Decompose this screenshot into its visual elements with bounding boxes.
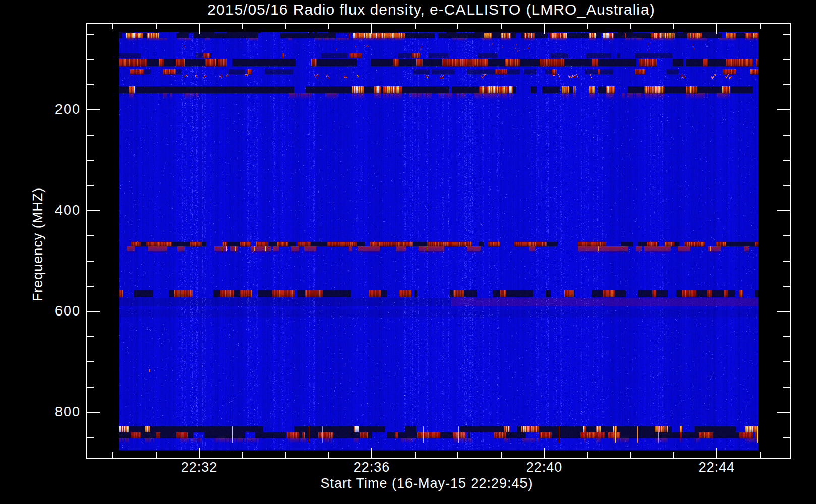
y-axis-minor-tick (87, 336, 94, 337)
y-tick-label: 200 (25, 102, 81, 117)
y-tick-label: 800 (25, 404, 81, 420)
y-axis-minor-tick-right (783, 336, 790, 337)
x-axis-minor-tick (760, 452, 761, 458)
y-axis-minor-tick (87, 387, 94, 388)
y-axis-minor-tick (87, 235, 94, 236)
y-axis-minor-tick (87, 84, 94, 85)
x-axis-minor-tick-top (630, 24, 631, 29)
y-axis-major-tick-right (777, 210, 790, 211)
y-axis-minor-tick-right (783, 84, 790, 85)
y-axis-minor-tick (87, 135, 94, 136)
y-axis-major-tick-right (777, 109, 790, 110)
x-axis-major-tick-top (371, 24, 372, 34)
y-tick-label: 600 (25, 303, 81, 319)
x-axis-minor-tick-top (112, 24, 113, 29)
x-axis-minor-tick (112, 452, 113, 458)
y-axis-title-text: Frequency (MHZ) (30, 187, 46, 302)
x-tick-label: 22:36 (341, 460, 402, 475)
x-axis-title: Start Time (16-May-15 22:29:45) (320, 476, 533, 491)
y-axis-major-tick-right (777, 311, 790, 312)
x-axis-minor-tick (587, 452, 588, 458)
x-axis-minor-tick (457, 452, 458, 458)
chart-title: 2015/05/16 Radio flux density, e-CALLIST… (207, 1, 655, 18)
y-axis-minor-tick (87, 286, 94, 287)
x-axis-minor-tick-top (501, 24, 502, 29)
x-tick-label: 22:32 (169, 460, 229, 475)
y-axis-minor-tick (87, 34, 94, 35)
y-axis-minor-tick-right (783, 160, 790, 161)
y-axis-minor-tick (87, 160, 94, 161)
y-axis-minor-tick (87, 437, 94, 438)
x-axis-minor-tick-top (760, 24, 761, 29)
x-axis-major-tick (199, 448, 200, 458)
y-axis-minor-tick-right (783, 286, 790, 287)
x-axis-minor-tick-top (415, 24, 416, 29)
x-axis-minor-tick (156, 452, 157, 458)
y-axis-minor-tick-right (783, 34, 790, 35)
y-axis-minor-tick-right (783, 135, 790, 136)
screenshot-root: { "title": "2015/05/16 Radio flux densit… (0, 0, 816, 504)
x-axis-minor-tick (630, 452, 631, 458)
y-axis-minor-tick-right (783, 261, 790, 262)
x-axis-major-tick-top (716, 24, 717, 34)
y-axis-major-tick (87, 412, 100, 413)
x-axis-minor-tick-top (587, 24, 588, 29)
x-tick-label: 22:40 (514, 460, 574, 475)
y-axis-minor-tick-right (783, 361, 790, 362)
x-axis-minor-tick (673, 452, 674, 458)
y-axis-major-tick (87, 109, 100, 110)
y-axis-minor-tick (87, 261, 94, 262)
x-axis-major-tick-top (544, 24, 545, 34)
y-axis-minor-tick (87, 59, 94, 60)
x-axis-major-tick (544, 448, 545, 458)
x-axis-minor-tick-top (285, 24, 286, 29)
x-axis-minor-tick (242, 452, 243, 458)
x-axis-minor-tick (501, 452, 502, 458)
y-axis-minor-tick (87, 185, 94, 186)
x-axis-major-tick (716, 448, 717, 458)
x-axis-minor-tick-top (457, 24, 458, 29)
y-axis-minor-tick-right (783, 235, 790, 236)
x-axis-minor-tick (285, 452, 286, 458)
y-axis-major-tick (87, 210, 100, 211)
plot-frame (86, 23, 791, 459)
x-axis-major-tick-top (199, 24, 200, 34)
y-axis-minor-tick-right (783, 59, 790, 60)
x-axis-major-tick (371, 448, 372, 458)
y-axis-major-tick (87, 311, 100, 312)
y-axis-minor-tick-right (783, 387, 790, 388)
x-axis-minor-tick-top (673, 24, 674, 29)
y-axis-minor-tick-right (783, 437, 790, 438)
x-axis-minor-tick (328, 452, 329, 458)
y-axis-major-tick-right (777, 412, 790, 413)
y-axis-minor-tick-right (783, 185, 790, 186)
x-axis-minor-tick-top (156, 24, 157, 29)
y-axis-minor-tick (87, 361, 94, 362)
x-tick-label: 22:44 (686, 460, 747, 475)
x-axis-minor-tick-top (328, 24, 329, 29)
x-axis-minor-tick (415, 452, 416, 458)
x-axis-minor-tick-top (242, 24, 243, 29)
